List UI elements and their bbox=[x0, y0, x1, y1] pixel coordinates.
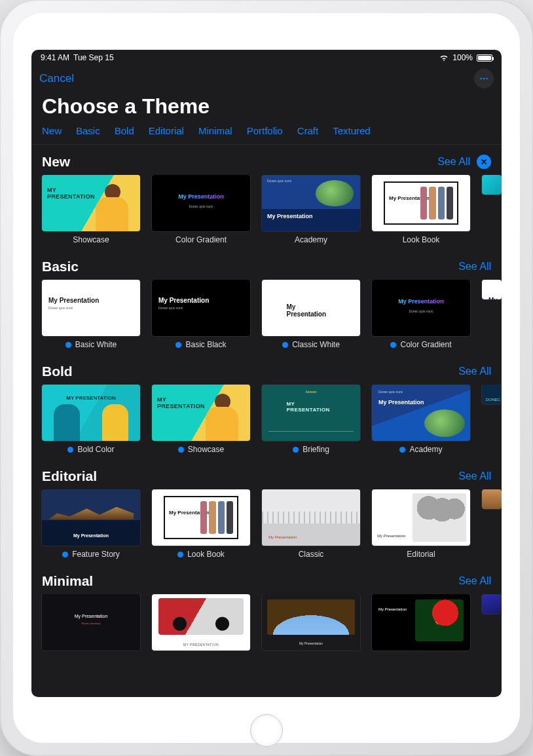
theme-label: Academy bbox=[295, 235, 327, 244]
theme-thumb bbox=[482, 280, 502, 299]
theme-look-book[interactable]: Look Book bbox=[372, 175, 470, 244]
theme-label: Look Book bbox=[403, 235, 440, 244]
theme-thumb: Aenean bbox=[262, 385, 360, 441]
see-all-button[interactable]: See All bbox=[458, 470, 491, 482]
theme-thumb bbox=[152, 385, 250, 441]
theme-minimal-2[interactable] bbox=[152, 594, 250, 651]
theme-peek[interactable] bbox=[482, 594, 502, 651]
tab-editorial[interactable]: Editorial bbox=[149, 125, 184, 136]
downloadable-dot-icon bbox=[178, 447, 184, 453]
theme-label: Color Gradient bbox=[175, 235, 227, 244]
tab-new[interactable]: New bbox=[42, 125, 62, 136]
theme-thumb bbox=[372, 489, 470, 546]
theme-peek[interactable] bbox=[482, 175, 502, 244]
downloadable-dot-icon bbox=[65, 342, 71, 348]
theme-label: Briefing bbox=[303, 445, 329, 454]
theme-row[interactable]: Showcase Color Gradient Academy Loo bbox=[31, 175, 502, 250]
theme-minimal-1[interactable] bbox=[42, 594, 140, 651]
section-title: Minimal bbox=[42, 573, 93, 589]
theme-thumb bbox=[262, 594, 360, 651]
wifi-icon bbox=[439, 54, 449, 61]
theme-basic-white[interactable]: Basic White bbox=[42, 280, 140, 349]
theme-thumb bbox=[152, 175, 250, 231]
page-title: Choose a Theme bbox=[31, 92, 502, 125]
downloadable-dot-icon bbox=[67, 447, 73, 453]
theme-label: Academy bbox=[409, 445, 442, 454]
theme-thumb bbox=[42, 175, 140, 231]
battery-icon bbox=[477, 54, 492, 62]
theme-minimal-4[interactable] bbox=[372, 594, 470, 651]
section-title: Editorial bbox=[42, 468, 97, 484]
theme-color-gradient-basic[interactable]: Color Gradient bbox=[372, 280, 470, 349]
screen: 9:41 AM Tue Sep 15 100% Cancel bbox=[31, 50, 502, 697]
cancel-button[interactable]: Cancel bbox=[39, 72, 74, 85]
theme-look-book-ed[interactable]: Look Book bbox=[152, 489, 250, 559]
theme-basic-black[interactable]: Basic Black bbox=[152, 280, 250, 349]
theme-label: Look Book bbox=[187, 550, 225, 559]
downloadable-dot-icon bbox=[62, 552, 68, 558]
theme-bold-color[interactable]: Bold Color bbox=[42, 385, 140, 454]
theme-classic-white[interactable]: Classic White bbox=[262, 280, 360, 349]
downloadable-dot-icon bbox=[177, 552, 183, 558]
see-all-button[interactable]: See All bbox=[458, 366, 491, 377]
theme-classic[interactable]: Classic bbox=[262, 489, 360, 559]
navbar: Cancel bbox=[31, 66, 502, 92]
status-date: Tue Sep 15 bbox=[73, 53, 114, 62]
tab-textured[interactable]: Textured bbox=[333, 125, 371, 136]
downloadable-dot-icon bbox=[293, 447, 299, 453]
see-all-button[interactable]: See All bbox=[458, 575, 491, 587]
theme-editorial[interactable]: Editorial bbox=[372, 489, 470, 559]
tab-basic[interactable]: Basic bbox=[76, 125, 100, 136]
theme-label: Classic bbox=[299, 550, 324, 559]
theme-showcase[interactable]: Showcase bbox=[42, 175, 140, 244]
close-section-icon[interactable] bbox=[477, 155, 491, 169]
theme-color-gradient[interactable]: Color Gradient bbox=[152, 175, 250, 244]
tab-portfolio[interactable]: Portfolio bbox=[247, 125, 283, 136]
see-all-button[interactable]: See All bbox=[437, 156, 470, 168]
svg-point-1 bbox=[483, 78, 485, 80]
section-bold: Bold See All Bold Color Showcase bbox=[31, 354, 502, 459]
theme-scroll[interactable]: New See All Showcase bbox=[31, 145, 502, 697]
more-button[interactable] bbox=[474, 69, 494, 88]
theme-label: Showcase bbox=[188, 445, 224, 454]
tab-bold[interactable]: Bold bbox=[115, 125, 134, 136]
see-all-button[interactable]: See All bbox=[458, 261, 491, 273]
theme-thumb bbox=[482, 175, 502, 195]
theme-thumb bbox=[152, 594, 250, 651]
section-title: Basic bbox=[42, 259, 79, 274]
theme-peek[interactable] bbox=[482, 489, 502, 559]
theme-label: Feature Story bbox=[72, 550, 120, 559]
theme-thumb bbox=[42, 385, 140, 441]
theme-thumb bbox=[152, 280, 250, 336]
theme-peek[interactable] bbox=[482, 280, 502, 349]
theme-academy[interactable]: Academy bbox=[262, 175, 360, 244]
svg-point-0 bbox=[480, 78, 482, 80]
theme-thumb bbox=[372, 175, 470, 231]
theme-peek[interactable] bbox=[482, 385, 502, 454]
theme-label: Basic Black bbox=[185, 340, 226, 349]
theme-label: Showcase bbox=[73, 235, 109, 244]
theme-label: Editorial bbox=[407, 550, 435, 559]
theme-row[interactable]: Feature Story Look Book Classic Edi bbox=[31, 489, 502, 564]
theme-briefing[interactable]: Aenean Briefing bbox=[262, 385, 360, 454]
section-title: New bbox=[42, 154, 70, 170]
section-minimal: Minimal See All bbox=[31, 564, 502, 656]
theme-showcase-bold[interactable]: Showcase bbox=[152, 385, 250, 454]
tab-craft[interactable]: Craft bbox=[297, 125, 319, 136]
theme-feature-story[interactable]: Feature Story bbox=[42, 489, 140, 559]
theme-thumb bbox=[42, 489, 140, 546]
theme-thumb bbox=[152, 489, 250, 546]
theme-thumb bbox=[372, 385, 470, 441]
tab-minimal[interactable]: Minimal bbox=[198, 125, 232, 136]
theme-thumb bbox=[372, 594, 470, 651]
theme-row[interactable]: Basic White Basic Black Classic White bbox=[31, 280, 502, 354]
theme-minimal-3[interactable] bbox=[262, 594, 360, 651]
theme-label: Color Gradient bbox=[400, 340, 451, 349]
home-button[interactable] bbox=[250, 714, 283, 747]
theme-academy-bold[interactable]: Academy bbox=[372, 385, 470, 454]
theme-row[interactable] bbox=[31, 594, 502, 656]
section-title: Bold bbox=[42, 364, 73, 379]
theme-thumb bbox=[262, 175, 360, 231]
theme-label: Bold Color bbox=[77, 445, 114, 454]
theme-row[interactable]: Bold Color Showcase Aenean Briefing bbox=[31, 385, 502, 459]
